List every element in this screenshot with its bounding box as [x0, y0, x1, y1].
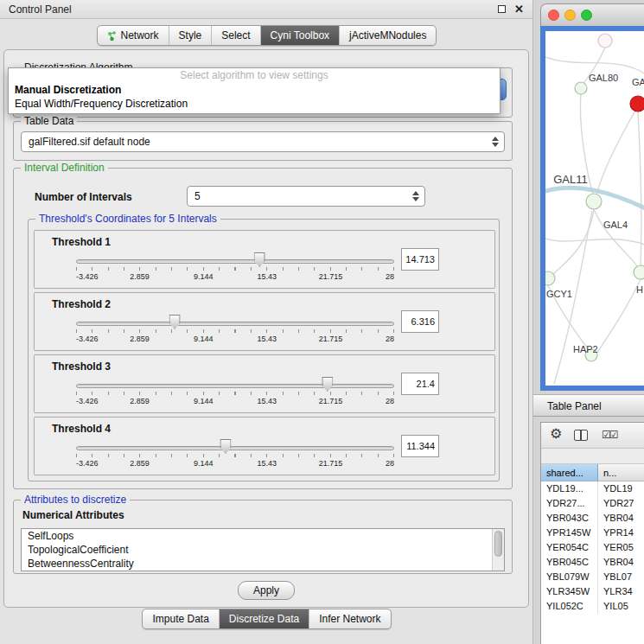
- slider-track[interactable]: [76, 384, 394, 388]
- cell-shared-name[interactable]: YIL052C: [541, 599, 598, 614]
- tab-label: Style: [179, 29, 202, 41]
- cell-shared-name[interactable]: YER054C: [541, 540, 598, 555]
- threshold-4-value-input[interactable]: [401, 435, 439, 457]
- tab-impute-data[interactable]: Impute Data: [143, 609, 218, 628]
- tab-label: Select: [221, 29, 250, 41]
- zoom-traffic-light[interactable]: [581, 10, 592, 21]
- cell-shared-name[interactable]: YBR043C: [541, 511, 598, 526]
- tab-discretize-data[interactable]: Discretize Data: [219, 609, 309, 628]
- column-header-shared-name[interactable]: shared...: [541, 464, 598, 481]
- network-node-gcy1[interactable]: [545, 271, 555, 285]
- table-row[interactable]: YBR043C YBR04: [541, 511, 644, 526]
- tick-label: 21.715: [319, 272, 343, 281]
- tick-label: 15.43: [258, 272, 277, 281]
- network-canvas[interactable]: GAL80 GA GAL11 GAL4 GCY1 HAP2 H: [545, 31, 644, 386]
- threshold-3-value-input[interactable]: [401, 373, 439, 395]
- screen: Control Panel ✕ Network Styl: [0, 0, 644, 644]
- cell-name[interactable]: YIL05: [598, 599, 644, 614]
- numerical-attributes-list[interactable]: SelfLoopsTopologicalCoefficientBetweenne…: [21, 528, 505, 571]
- tab-style[interactable]: Style: [169, 26, 212, 45]
- tick-label: 21.715: [319, 335, 343, 343]
- table-row[interactable]: YDR27... YDR27: [541, 496, 644, 511]
- slider-thumb[interactable]: [169, 315, 181, 329]
- tab-cyni-toolbox[interactable]: Cyni Toolbox: [260, 26, 339, 45]
- node-label: GAL4: [603, 220, 628, 230]
- slider-track[interactable]: [76, 322, 394, 326]
- tab-select[interactable]: Select: [211, 26, 259, 45]
- tab-jactivemnodules[interactable]: jActiveMNodules: [339, 26, 436, 45]
- slider-thumb[interactable]: [322, 377, 333, 392]
- table-row[interactable]: YER054C YER05: [541, 540, 644, 555]
- cell-name[interactable]: YBR04: [598, 555, 644, 570]
- tick-label: 15.43: [258, 397, 277, 405]
- network-node[interactable]: [598, 34, 612, 48]
- number-of-intervals-combobox[interactable]: 5: [187, 186, 425, 207]
- table-row[interactable]: YLR345W YLR34: [541, 584, 644, 599]
- checkbox-filter-icons[interactable]: ☑☑: [602, 429, 617, 441]
- slider-track[interactable]: [76, 446, 394, 450]
- tick-label: 2.859: [130, 459, 150, 468]
- threshold-2-slider[interactable]: -3.4262.8599.14415.4321.71528: [76, 312, 394, 350]
- float-window-icon[interactable]: [498, 5, 506, 13]
- tab-infer-network[interactable]: Infer Network: [309, 609, 390, 628]
- table-row[interactable]: YDL19... YDL19: [541, 481, 644, 496]
- slider-scale: -3.4262.8599.14415.4321.71528: [76, 272, 394, 283]
- cell-name[interactable]: YDR27: [598, 496, 644, 511]
- threshold-3-slider[interactable]: -3.4262.8599.14415.4321.71528: [76, 374, 394, 412]
- slider-thumb[interactable]: [254, 252, 265, 267]
- threshold-1-value-input[interactable]: [401, 248, 439, 271]
- dropdown-option-equal-width-frequency[interactable]: Equal Width/Frequency Discretization: [9, 97, 500, 111]
- tick-label: 2.859: [130, 397, 150, 405]
- table-row[interactable]: YBL079W YBL07: [541, 570, 644, 584]
- cell-name[interactable]: YPR14: [598, 526, 644, 540]
- network-node-red-selected[interactable]: [630, 96, 644, 112]
- slider-track[interactable]: [76, 259, 394, 264]
- cell-shared-name[interactable]: YDR27...: [541, 496, 598, 511]
- minimize-traffic-light[interactable]: [564, 10, 576, 21]
- close-icon[interactable]: ✕: [514, 3, 524, 15]
- cell-shared-name[interactable]: YBR045C: [541, 555, 598, 570]
- columns-icon[interactable]: [574, 430, 588, 441]
- close-traffic-light[interactable]: [548, 10, 559, 21]
- tick-label: 28: [386, 272, 394, 281]
- dropdown-option-manual-discretization[interactable]: Manual Discretization: [9, 83, 500, 97]
- scrollbar-thumb[interactable]: [494, 531, 502, 557]
- table-data-combobox[interactable]: galFiltered.sif default node: [21, 131, 505, 152]
- threshold-4-slider[interactable]: -3.4262.8599.14415.4321.71528: [76, 437, 394, 475]
- group-title: Threshold's Coordinates for 5 Intervals: [35, 213, 220, 225]
- cell-name[interactable]: YLR34: [598, 584, 644, 599]
- cell-shared-name[interactable]: YBL079W: [541, 570, 598, 584]
- column-header-name[interactable]: n...: [598, 464, 644, 481]
- table-panel-title: Table Panel: [547, 400, 602, 412]
- cell-shared-name[interactable]: YDL19...: [541, 481, 598, 496]
- cell-name[interactable]: YDL19: [598, 481, 644, 496]
- apply-button[interactable]: Apply: [238, 581, 295, 600]
- table-row[interactable]: YIL052C YIL05: [541, 599, 644, 614]
- gear-icon[interactable]: ⚙: [550, 427, 562, 441]
- cell-name[interactable]: YBR04: [598, 511, 644, 526]
- tab-network[interactable]: Network: [98, 26, 169, 45]
- network-node-gal11[interactable]: [586, 194, 602, 209]
- control-panel-window: Control Panel ✕ Network Styl: [0, 0, 533, 644]
- cell-name[interactable]: YBL07: [598, 570, 644, 584]
- cell-shared-name[interactable]: YLR345W: [541, 584, 598, 599]
- cell-name[interactable]: YER05: [598, 540, 644, 555]
- list-scrollbar[interactable]: [492, 529, 504, 571]
- tick-label: 21.715: [319, 397, 343, 405]
- table-row[interactable]: YBR045C YBR04: [541, 555, 644, 570]
- tab-label: Infer Network: [319, 613, 380, 625]
- network-node-gal80[interactable]: [575, 82, 587, 94]
- tick-label: 28: [386, 335, 394, 343]
- table-panel-window: ⚙ ☑☑ shared... n... YDL19... YDL19 YDR27…: [540, 422, 644, 644]
- list-item[interactable]: SelfLoops: [22, 529, 504, 543]
- list-item[interactable]: TopologicalCoefficient: [22, 543, 504, 557]
- bottom-tab-bar: Impute Data Discretize Data Infer Networ…: [0, 609, 533, 629]
- slider-thumb[interactable]: [220, 439, 231, 454]
- threshold-1-slider[interactable]: -3.4262.8599.14415.4321.71528: [76, 250, 394, 288]
- table-row[interactable]: YPR145W YPR14: [541, 526, 644, 540]
- list-item[interactable]: BetweennessCentrality: [22, 557, 504, 571]
- network-node[interactable]: [634, 265, 644, 279]
- cell-shared-name[interactable]: YPR145W: [541, 526, 598, 540]
- threshold-2-value-input[interactable]: [401, 310, 439, 333]
- threshold-label: Threshold 4: [52, 423, 111, 435]
